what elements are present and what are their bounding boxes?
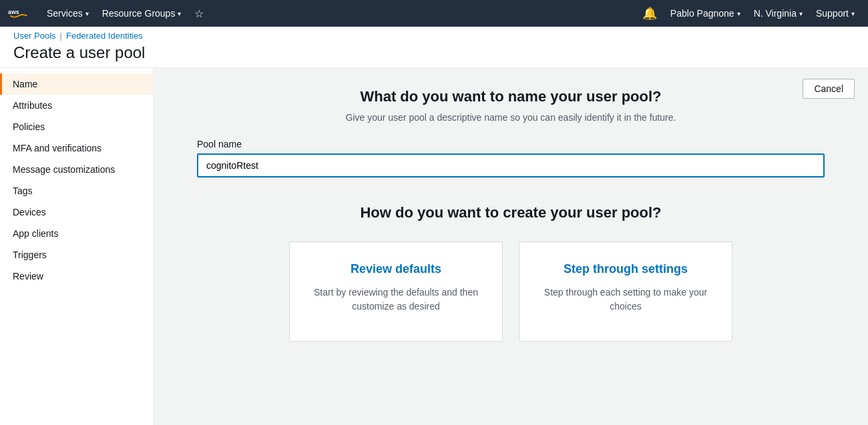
sidebar-item-tags[interactable]: Tags bbox=[0, 180, 153, 201]
cards-row: Review defaults Start by reviewing the d… bbox=[180, 242, 841, 342]
sidebar: Name Attributes Policies MFA and verific… bbox=[0, 68, 154, 425]
step-through-description: Step through each setting to make your c… bbox=[535, 286, 716, 314]
svg-text:aws: aws bbox=[8, 9, 19, 15]
breadcrumb-separator: | bbox=[60, 31, 62, 41]
resource-groups-chevron-icon: ▾ bbox=[178, 10, 181, 17]
pool-name-label: Pool name bbox=[197, 139, 825, 149]
support-menu[interactable]: Support ▾ bbox=[811, 5, 860, 21]
breadcrumb-bar: User Pools | Federated Identities Create… bbox=[0, 27, 868, 68]
main-content: Cancel What do you want to name your use… bbox=[154, 68, 868, 425]
cancel-button[interactable]: Cancel bbox=[803, 79, 855, 99]
naming-subtitle: Give your user pool a descriptive name s… bbox=[180, 112, 841, 123]
resource-groups-label: Resource Groups bbox=[102, 8, 176, 19]
user-label: Pablo Pagnone bbox=[670, 8, 734, 19]
sidebar-item-policies[interactable]: Policies bbox=[0, 116, 153, 137]
services-chevron-icon: ▾ bbox=[85, 10, 89, 17]
pool-name-input[interactable] bbox=[197, 153, 825, 177]
nav-right: 🔔 Pablo Pagnone ▾ N. Virginia ▾ Support … bbox=[637, 3, 860, 23]
review-defaults-card[interactable]: Review defaults Start by reviewing the d… bbox=[289, 242, 503, 342]
sidebar-item-name[interactable]: Name bbox=[0, 73, 153, 95]
top-navigation: aws Services ▾ Resource Groups ▾ ☆ 🔔 Pab… bbox=[0, 0, 868, 27]
user-menu[interactable]: Pablo Pagnone ▾ bbox=[665, 5, 746, 21]
creation-section: How do you want to create your user pool… bbox=[180, 204, 841, 342]
page-layout: Name Attributes Policies MFA and verific… bbox=[0, 68, 868, 425]
naming-section: What do you want to name your user pool?… bbox=[180, 88, 841, 177]
resource-groups-nav[interactable]: Resource Groups ▾ bbox=[97, 5, 187, 21]
user-pools-link[interactable]: User Pools bbox=[13, 31, 56, 41]
services-label: Services bbox=[47, 8, 83, 19]
bell-icon[interactable]: 🔔 bbox=[637, 3, 662, 23]
sidebar-item-triggers[interactable]: Triggers bbox=[0, 244, 153, 266]
naming-title: What do you want to name your user pool? bbox=[180, 88, 841, 105]
sidebar-item-review[interactable]: Review bbox=[0, 266, 153, 287]
review-defaults-description: Start by reviewing the defaults and then… bbox=[306, 286, 486, 314]
step-through-card[interactable]: Step through settings Step through each … bbox=[519, 242, 732, 342]
region-label: N. Virginia bbox=[754, 8, 797, 19]
pin-icon[interactable]: ☆ bbox=[189, 5, 209, 23]
sidebar-item-app-clients[interactable]: App clients bbox=[0, 223, 153, 244]
sidebar-item-devices[interactable]: Devices bbox=[0, 201, 153, 223]
review-defaults-title[interactable]: Review defaults bbox=[306, 262, 486, 276]
page-title: Create a user pool bbox=[13, 43, 855, 67]
user-chevron-icon: ▾ bbox=[737, 10, 740, 17]
support-chevron-icon: ▾ bbox=[851, 10, 855, 17]
support-label: Support bbox=[816, 8, 849, 19]
region-chevron-icon: ▾ bbox=[799, 10, 803, 17]
creation-title: How do you want to create your user pool… bbox=[180, 204, 841, 222]
sidebar-item-message[interactable]: Message customizations bbox=[0, 159, 153, 180]
sidebar-item-attributes[interactable]: Attributes bbox=[0, 95, 153, 116]
step-through-title[interactable]: Step through settings bbox=[535, 262, 716, 276]
aws-logo: aws bbox=[8, 5, 33, 21]
sidebar-item-mfa[interactable]: MFA and verifications bbox=[0, 137, 153, 159]
services-nav[interactable]: Services ▾ bbox=[41, 5, 94, 21]
breadcrumb: User Pools | Federated Identities bbox=[13, 31, 855, 41]
region-menu[interactable]: N. Virginia ▾ bbox=[748, 5, 808, 21]
federated-identities-link[interactable]: Federated Identities bbox=[66, 31, 143, 41]
